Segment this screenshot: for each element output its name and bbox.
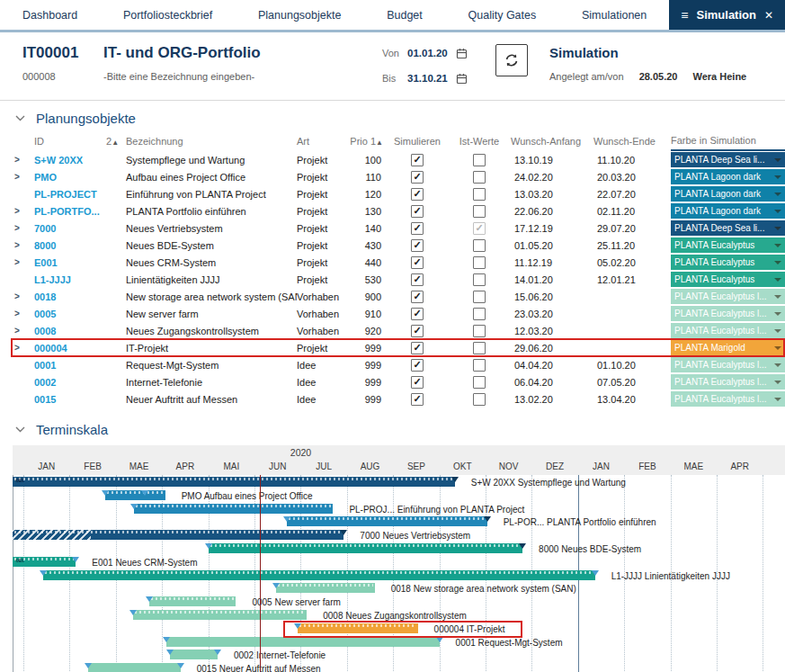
ist-werte-checkbox[interactable] (473, 239, 486, 252)
row-expander-icon[interactable]: > (13, 257, 34, 267)
ist-werte-checkbox[interactable] (473, 273, 486, 286)
simulieren-checkbox[interactable]: ✓ (411, 393, 424, 406)
gantt-bar[interactable] (13, 530, 343, 540)
bis-date-field[interactable]: 31.10.21 (407, 73, 456, 84)
row-id-link[interactable]: S+W 20XX (34, 155, 106, 166)
row-id-link[interactable]: 7000 (34, 223, 106, 234)
farbe-dropdown[interactable]: PLANTA Eucalyptus l... (671, 374, 785, 390)
ist-werte-checkbox[interactable] (473, 376, 486, 389)
ist-werte-checkbox[interactable] (473, 205, 486, 218)
simulieren-checkbox[interactable]: ✓ (411, 291, 424, 303)
farbe-dropdown[interactable]: PLANTA Eucalyptus l... (671, 357, 785, 372)
col-header-id[interactable]: ID (34, 136, 106, 147)
calendar-icon[interactable] (456, 48, 468, 59)
gantt-bar[interactable]: «« (13, 477, 455, 487)
simulieren-checkbox[interactable]: ✓ (411, 342, 424, 354)
row-expander-icon[interactable]: > (13, 206, 34, 216)
gantt-bar[interactable] (166, 637, 439, 647)
row-expander-icon[interactable]: > (13, 326, 34, 336)
gantt-bar[interactable] (134, 504, 333, 514)
collapse-chevron-icon[interactable] (15, 115, 25, 121)
col-header-wunsch-ende[interactable]: Wunsch-Ende (590, 136, 671, 147)
gantt-bar[interactable] (287, 516, 487, 526)
row-expander-icon[interactable]: > (13, 309, 34, 318)
col-header-art[interactable]: Art (297, 136, 352, 147)
gantt-bar[interactable] (43, 570, 594, 580)
simulieren-checkbox[interactable]: ✓ (411, 154, 424, 166)
farbe-dropdown[interactable]: PLANTA Eucalyptus l... (671, 289, 785, 304)
ist-werte-checkbox[interactable] (473, 342, 486, 354)
col-header-bezeichnung[interactable]: Bezeichnung (126, 136, 297, 147)
farbe-dropdown[interactable]: PLANTA Lagoon dark (671, 203, 785, 219)
nav-tab-dashboard[interactable]: Dashboard (22, 9, 77, 22)
row-id-link[interactable]: 0002 (34, 377, 106, 388)
farbe-dropdown[interactable]: PLANTA Deep Sea li... (671, 220, 785, 236)
nav-tab-budget[interactable]: Budget (387, 9, 423, 22)
gantt-bar[interactable] (276, 583, 375, 593)
simulieren-checkbox[interactable]: ✓ (411, 359, 424, 372)
row-id-link[interactable]: PL-PORTFO... (34, 206, 106, 217)
farbe-dropdown[interactable]: PLANTA Eucalyptus l... (671, 391, 785, 407)
ist-werte-checkbox[interactable] (473, 359, 486, 372)
row-id-link[interactable]: 0001 (34, 360, 106, 371)
col-header-sort2[interactable]: 2▲ (106, 136, 126, 147)
gantt-bar[interactable]: «« (13, 557, 76, 567)
ist-werte-checkbox[interactable] (473, 256, 486, 269)
ist-werte-checkbox[interactable]: ✓ (473, 222, 486, 235)
simulieren-checkbox[interactable]: ✓ (411, 256, 424, 269)
row-id-link[interactable]: 0008 (34, 326, 106, 336)
gantt-bar[interactable] (209, 543, 523, 553)
row-id-link[interactable]: L1-JJJJ (34, 274, 106, 285)
farbe-dropdown[interactable]: PLANTA Lagoon dark (671, 169, 785, 184)
col-header-ist-werte[interactable]: Ist-Werte (451, 136, 507, 147)
farbe-dropdown[interactable]: PLANTA Eucalyptus l... (671, 323, 785, 338)
row-expander-icon[interactable]: > (13, 155, 34, 165)
ist-werte-checkbox[interactable] (473, 325, 486, 337)
ist-werte-checkbox[interactable] (473, 188, 486, 201)
row-id-link[interactable]: PL-PROJECT (34, 189, 106, 200)
row-expander-icon[interactable]: > (13, 172, 34, 182)
simulieren-checkbox[interactable]: ✓ (411, 222, 424, 235)
farbe-dropdown[interactable]: PLANTA Eucalyptus l... (671, 306, 785, 321)
calendar-icon[interactable] (456, 73, 468, 85)
von-date-field[interactable]: 01.01.20 (407, 48, 456, 58)
farbe-dropdown[interactable]: PLANTA Eucalyptus (671, 255, 785, 270)
simulieren-checkbox[interactable]: ✓ (411, 171, 424, 184)
gantt-bar[interactable] (298, 623, 418, 633)
tab-simulation-active[interactable]: ≡ Simulation ✕ (669, 0, 785, 30)
simulieren-checkbox[interactable]: ✓ (411, 376, 424, 389)
page-subtitle[interactable]: -Bitte eine Bezeichnung eingeben- (103, 71, 382, 82)
row-expander-icon[interactable]: > (13, 223, 34, 233)
row-id-link[interactable]: E001 (34, 257, 106, 268)
col-header-prio[interactable]: Prio 1▲ (350, 136, 383, 147)
nav-tab-simulationen[interactable]: Simulationen (582, 9, 647, 22)
farbe-dropdown[interactable]: PLANTA Eucalyptus (671, 237, 785, 253)
ist-werte-checkbox[interactable] (473, 291, 486, 303)
nav-tab-portfoliosteckbrief[interactable]: Portfoliosteckbrief (123, 9, 212, 22)
row-id-link[interactable]: 0018 (34, 291, 106, 302)
farbe-dropdown[interactable]: PLANTA Lagoon dark (671, 186, 785, 202)
simulieren-checkbox[interactable]: ✓ (411, 205, 424, 218)
gantt-bar[interactable] (105, 490, 165, 500)
hamburger-menu-icon[interactable]: ≡ (681, 8, 688, 22)
simulieren-checkbox[interactable]: ✓ (411, 325, 424, 337)
gantt-bar[interactable] (88, 663, 181, 672)
simulieren-checkbox[interactable]: ✓ (411, 239, 424, 252)
col-header-farbe[interactable]: Farbe in Simulation (671, 131, 785, 151)
col-header-simulieren[interactable]: Simulieren (383, 136, 451, 147)
simulieren-checkbox[interactable]: ✓ (411, 308, 424, 320)
simulieren-checkbox[interactable]: ✓ (411, 188, 424, 201)
nav-tab-quality-gates[interactable]: Quality Gates (468, 9, 537, 22)
ist-werte-checkbox[interactable] (473, 171, 486, 184)
collapse-chevron-icon[interactable] (15, 426, 25, 433)
row-id-link[interactable]: PMO (34, 172, 106, 183)
farbe-dropdown[interactable]: PLANTA Marigold (671, 340, 785, 355)
farbe-dropdown[interactable]: PLANTA Eucalyptus (671, 272, 785, 287)
row-expander-icon[interactable]: > (13, 343, 34, 353)
ist-werte-checkbox[interactable] (473, 154, 486, 166)
row-id-link[interactable]: 0015 (34, 394, 106, 405)
farbe-dropdown[interactable]: PLANTA Deep Sea li... (671, 152, 785, 167)
ist-werte-checkbox[interactable] (473, 393, 486, 406)
nav-tab-planungsobjekte[interactable]: Planungsobjekte (258, 9, 341, 22)
gantt-bar[interactable] (133, 610, 308, 620)
